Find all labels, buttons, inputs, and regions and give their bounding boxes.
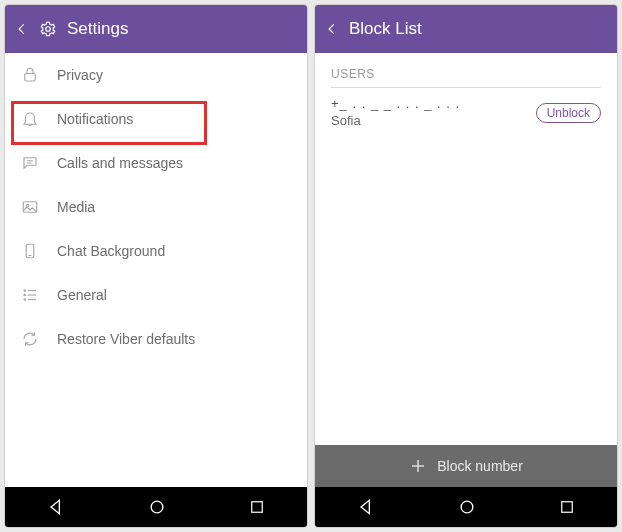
chat-icon	[21, 154, 39, 172]
menu-label: Media	[57, 199, 95, 215]
blocked-user-row[interactable]: +_ . . _ _ . . . _ . . . Sofia Unblock	[315, 88, 617, 138]
svg-point-15	[151, 501, 163, 513]
svg-point-8	[24, 290, 26, 292]
svg-point-10	[24, 294, 26, 296]
settings-content: Privacy Notifications Calls and messages…	[5, 53, 307, 487]
block-number-label: Block number	[437, 458, 523, 474]
nav-recent-icon[interactable]	[248, 498, 266, 516]
plus-icon	[409, 457, 427, 475]
highlight-privacy	[11, 101, 207, 145]
menu-media[interactable]: Media	[5, 185, 307, 229]
svg-rect-16	[252, 502, 263, 513]
nav-home-icon[interactable]	[457, 497, 477, 517]
nav-back-icon[interactable]	[356, 497, 376, 517]
menu-chat-background[interactable]: Chat Background	[5, 229, 307, 273]
user-name: Sofia	[331, 113, 528, 130]
menu-calls-messages[interactable]: Calls and messages	[5, 141, 307, 185]
svg-rect-1	[25, 74, 36, 82]
nav-back-icon[interactable]	[46, 497, 66, 517]
menu-label: Chat Background	[57, 243, 165, 259]
menu-label: Restore Viber defaults	[57, 331, 195, 347]
nav-home-icon[interactable]	[147, 497, 167, 517]
user-number: +_ . . _ _ . . . _ . . .	[331, 96, 528, 113]
android-navbar	[315, 487, 617, 527]
svg-point-20	[461, 501, 473, 513]
gear-icon	[39, 20, 57, 38]
svg-marker-14	[51, 500, 59, 513]
android-navbar	[5, 487, 307, 527]
settings-screen: Settings Privacy Notifications Calls and…	[4, 4, 308, 528]
blocklist-title: Block List	[349, 19, 422, 39]
users-section-header: USERS	[315, 53, 617, 87]
menu-privacy[interactable]: Privacy	[5, 53, 307, 97]
settings-topbar: Settings	[5, 5, 307, 53]
svg-rect-21	[562, 502, 573, 513]
menu-label: General	[57, 287, 107, 303]
blocklist-content: USERS +_ . . _ _ . . . _ . . . Sofia Unb…	[315, 53, 617, 445]
svg-point-0	[46, 27, 51, 32]
blocklist-topbar: Block List	[315, 5, 617, 53]
user-text: +_ . . _ _ . . . _ . . . Sofia	[331, 96, 528, 130]
blocklist-screen: Block List USERS +_ . . _ _ . . . _ . . …	[314, 4, 618, 528]
image-icon	[21, 198, 39, 216]
nav-recent-icon[interactable]	[558, 498, 576, 516]
phone-square-icon	[21, 242, 39, 260]
svg-marker-19	[361, 500, 369, 513]
unblock-button[interactable]: Unblock	[536, 103, 601, 123]
settings-title: Settings	[67, 19, 128, 39]
svg-point-12	[24, 299, 26, 301]
list-icon	[21, 286, 39, 304]
lock-icon	[21, 66, 39, 84]
back-icon[interactable]	[15, 22, 29, 36]
menu-general[interactable]: General	[5, 273, 307, 317]
menu-restore-defaults[interactable]: Restore Viber defaults	[5, 317, 307, 361]
menu-label: Privacy	[57, 67, 103, 83]
back-icon[interactable]	[325, 22, 339, 36]
menu-label: Calls and messages	[57, 155, 183, 171]
block-number-button[interactable]: Block number	[315, 445, 617, 487]
refresh-icon	[21, 330, 39, 348]
